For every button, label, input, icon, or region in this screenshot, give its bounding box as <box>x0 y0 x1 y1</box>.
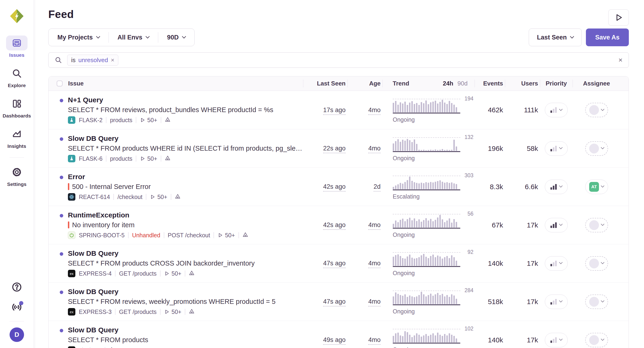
last-seen-value[interactable]: 17s ago <box>323 107 346 115</box>
sidebar-item-settings[interactable]: Settings <box>6 165 28 187</box>
trend-max-line <box>393 176 460 176</box>
age-value[interactable]: 4mo <box>368 298 380 306</box>
issue-subtitle: No inventory for item <box>72 220 135 230</box>
assignee-dropdown-assigned[interactable]: AT <box>585 180 608 194</box>
clear-search-icon[interactable]: × <box>618 57 622 64</box>
assignee-dropdown-unassigned[interactable] <box>585 218 608 232</box>
project-slug[interactable]: REACT-614 <box>79 194 110 200</box>
assignee-dropdown-unassigned[interactable] <box>585 256 608 271</box>
priority-dropdown[interactable] <box>545 294 568 309</box>
sidebar-item-dashboards[interactable]: Dashboards <box>2 96 31 119</box>
play-tour-button[interactable] <box>608 9 629 26</box>
replay-count[interactable]: 50+ <box>164 270 181 277</box>
project-slug[interactable]: FLASK-6 <box>79 155 102 162</box>
trend-baseline <box>393 151 460 152</box>
priority-dropdown[interactable] <box>545 180 568 194</box>
last-seen-value[interactable]: 47s ago <box>323 298 346 306</box>
last-seen-value[interactable]: 42s ago <box>323 183 346 192</box>
environments-filter[interactable]: All Envs <box>109 34 158 41</box>
trend-tab-90d[interactable]: 90d <box>458 80 468 87</box>
avatar[interactable]: D <box>10 327 24 342</box>
issue-row[interactable]: N+1 Query SELECT * FROM reviews, product… <box>48 91 628 129</box>
replay-count[interactable]: 50+ <box>164 308 181 315</box>
trend-max-line <box>393 99 460 99</box>
sidebar-item-insights[interactable]: Insights <box>6 127 28 149</box>
help-button[interactable] <box>9 279 24 294</box>
spring-boot-icon <box>68 231 75 239</box>
date-range-filter[interactable]: 90D <box>158 34 194 41</box>
assignee-dropdown-unassigned[interactable] <box>585 103 608 117</box>
issue-rows: N+1 Query SELECT * FROM reviews, product… <box>48 91 628 348</box>
select-all-checkbox[interactable] <box>57 81 62 86</box>
issue-title[interactable]: Error <box>68 172 180 181</box>
trend-tab-24h[interactable]: 24h <box>443 80 453 87</box>
issue-title[interactable]: Slow DB Query <box>68 287 276 296</box>
trend-baseline <box>393 343 460 343</box>
col-events[interactable]: Events <box>474 76 505 91</box>
issue-title[interactable]: RuntimeException <box>68 211 248 220</box>
chevron-down-icon <box>559 260 563 264</box>
age-value[interactable]: 4mo <box>368 145 380 153</box>
trend-bars <box>393 252 460 266</box>
sort-dropdown[interactable]: Last Seen <box>529 29 582 46</box>
replay-count[interactable]: 50+ <box>140 117 157 124</box>
chevron-down-icon <box>601 184 604 188</box>
trend-peak-value: 92 <box>467 249 474 255</box>
project-slug[interactable]: FLASK-2 <box>79 117 102 124</box>
col-users[interactable]: Users <box>505 76 540 91</box>
meta-divider <box>105 347 105 348</box>
age-value[interactable]: 2d <box>374 183 380 192</box>
age-value[interactable]: 4mo <box>368 107 380 115</box>
age-value[interactable]: 4mo <box>368 260 380 268</box>
priority-dropdown[interactable] <box>545 103 568 117</box>
col-last-seen[interactable]: Last Seen <box>303 76 348 91</box>
chevron-down-icon <box>601 337 604 341</box>
replay-count[interactable]: 50+ <box>218 232 235 239</box>
replay-count[interactable]: 50+ <box>140 155 157 162</box>
issue-row[interactable]: Slow DB Query SELECT * FROM products CRO… <box>48 244 628 282</box>
issue-row[interactable]: Slow DB Query SELECT * FROM products WHE… <box>48 129 628 167</box>
project-slug[interactable]: EXPRESS-4 <box>79 270 112 277</box>
age-value[interactable]: 4mo <box>368 221 380 230</box>
assignee-dropdown-unassigned[interactable] <box>585 294 608 309</box>
projects-filter[interactable]: My Projects <box>48 34 108 41</box>
priority-dropdown[interactable] <box>545 218 568 232</box>
priority-dropdown[interactable] <box>545 333 568 347</box>
last-seen-value[interactable]: 49s ago <box>323 336 346 345</box>
project-slug[interactable]: EXPRESS-3 <box>79 308 112 315</box>
save-as-button[interactable]: Save As <box>586 29 629 46</box>
remove-token-icon[interactable]: × <box>111 57 114 63</box>
sidebar-item-explore[interactable]: Explore <box>6 66 28 88</box>
app-logo[interactable] <box>9 9 24 24</box>
priority-bars-icon <box>550 337 557 343</box>
issue-title[interactable]: Slow DB Query <box>68 249 254 258</box>
project-slug[interactable]: SPRING-BOOT-5 <box>79 232 124 239</box>
replay-count-label: 50+ <box>172 270 181 277</box>
issue-row[interactable]: Error 500 - Internal Server Error <box>48 167 628 206</box>
assignee-dropdown-unassigned[interactable] <box>585 141 608 156</box>
broadcast-button[interactable] <box>9 300 24 315</box>
age-value[interactable]: 4mo <box>368 336 380 345</box>
replay-count-label: 50+ <box>172 308 181 315</box>
trend-sparkline: 56 <box>393 214 460 227</box>
trend-peak-value: 132 <box>464 134 474 140</box>
search-token-is-unresolved[interactable]: is unresolved × <box>67 55 118 66</box>
issue-title[interactable]: Slow DB Query <box>68 134 303 143</box>
priority-dropdown[interactable] <box>545 256 568 271</box>
last-seen-value[interactable]: 22s ago <box>323 145 346 153</box>
chevron-down-icon <box>559 184 563 188</box>
last-seen-value[interactable]: 42s ago <box>323 221 346 230</box>
assignee-dropdown-unassigned[interactable] <box>585 333 608 347</box>
issue-row[interactable]: RuntimeException No inventory for item <box>48 206 628 244</box>
issue-title[interactable]: N+1 Query <box>68 96 273 104</box>
col-priority: Priority <box>540 76 572 91</box>
sidebar-item-issues[interactable]: Issues <box>6 36 28 58</box>
priority-dropdown[interactable] <box>545 141 568 156</box>
issue-row[interactable]: Slow DB Query SELECT * FROM products <box>48 321 628 348</box>
issue-search-input[interactable]: is unresolved × × <box>48 52 629 68</box>
col-age[interactable]: Age <box>348 76 382 91</box>
issue-row[interactable]: Slow DB Query SELECT * FROM reviews, wee… <box>48 282 628 321</box>
replay-count[interactable]: 50+ <box>150 194 167 200</box>
issue-title[interactable]: Slow DB Query <box>68 325 148 334</box>
last-seen-value[interactable]: 47s ago <box>323 260 346 268</box>
